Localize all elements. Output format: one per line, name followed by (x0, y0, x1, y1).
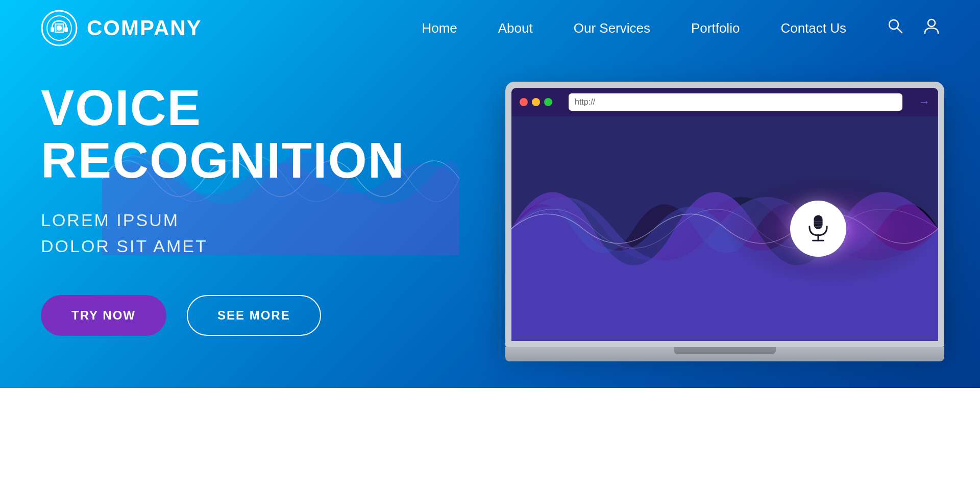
navbar: COMPANY Home About Our Services Portfoli… (0, 0, 980, 56)
logo-area: COMPANY (41, 10, 202, 46)
user-button[interactable] (924, 18, 939, 38)
nav-links: Home About Our Services Portfolio Contac… (422, 20, 846, 36)
browser-url-bar[interactable]: http:// (569, 93, 902, 111)
hero-content: VOICE RECOGNITION LOREM IPSUM DOLOR SIT … (41, 82, 405, 336)
nav-link-home[interactable]: Home (422, 20, 457, 36)
svg-rect-4 (51, 27, 54, 32)
laptop-hinge (674, 347, 776, 354)
nav-link-contact[interactable]: Contact Us (780, 20, 846, 36)
svg-point-8 (928, 19, 935, 27)
logo-icon (41, 10, 78, 46)
wave-container (511, 116, 938, 341)
nav-icons (887, 18, 939, 38)
user-icon (924, 18, 939, 34)
hero-title: VOICE RECOGNITION (41, 82, 405, 187)
browser-bar: http:// → (511, 88, 938, 116)
nav-link-services[interactable]: Our Services (574, 20, 650, 36)
nav-link-portfolio[interactable]: Portfolio (691, 20, 740, 36)
svg-rect-5 (64, 27, 68, 32)
svg-rect-11 (814, 215, 822, 229)
svg-rect-10 (511, 116, 938, 341)
bottom-section (0, 388, 980, 490)
microphone-icon (803, 213, 834, 244)
laptop-outer: http:// → (505, 82, 965, 378)
laptop-base (505, 347, 944, 361)
svg-point-3 (57, 26, 62, 31)
page-wrapper: COMPANY Home About Our Services Portfoli… (0, 0, 980, 490)
minimize-dot (532, 98, 540, 106)
try-now-button[interactable]: TRY NOW (41, 295, 166, 336)
hero-section: COMPANY Home About Our Services Portfoli… (0, 0, 980, 388)
close-dot (520, 98, 528, 106)
microphone-button[interactable] (790, 201, 846, 257)
see-more-button[interactable]: SEE MORE (187, 295, 321, 336)
voice-wave-svg (511, 116, 938, 341)
hero-subtitle: LOREM IPSUM DOLOR SIT AMET (41, 207, 405, 259)
nav-link-about[interactable]: About (498, 20, 533, 36)
browser-go-arrow[interactable]: → (919, 95, 930, 109)
maximize-dot (544, 98, 552, 106)
svg-line-7 (897, 28, 902, 33)
search-button[interactable] (887, 18, 903, 38)
hero-buttons: TRY NOW SEE MORE (41, 295, 405, 336)
laptop-container: http:// → (480, 41, 980, 388)
laptop-screen-frame: http:// → (505, 82, 944, 347)
browser-dots (520, 98, 552, 106)
laptop-screen: http:// → (511, 88, 938, 341)
search-icon (887, 18, 903, 34)
company-name: COMPANY (87, 16, 202, 40)
